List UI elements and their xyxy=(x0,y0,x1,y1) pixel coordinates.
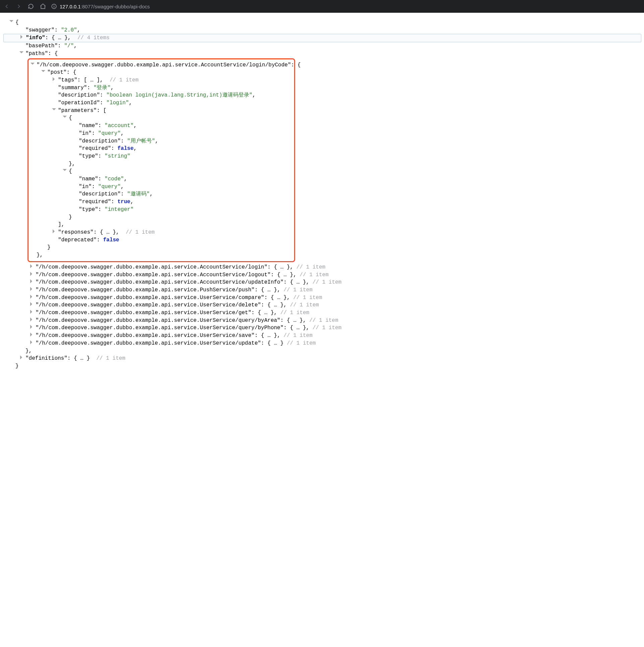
kv-p0-description: "description": "用户帐号", xyxy=(29,137,292,145)
forward-button[interactable] xyxy=(15,2,23,10)
kv-post-open: "post": { xyxy=(29,69,292,76)
root-close: } xyxy=(3,362,642,370)
param-0-open: { xyxy=(29,114,292,122)
kv-p1-name: "name": "code", xyxy=(29,175,292,183)
kv-p1-in: "in": "query", xyxy=(29,183,292,191)
parameters-close: ], xyxy=(29,221,292,229)
path-close: }, xyxy=(29,251,292,259)
toggle-icon[interactable] xyxy=(20,35,24,40)
kv-definitions[interactable]: "definitions": { … } // 1 item xyxy=(3,355,642,362)
toggle-icon[interactable] xyxy=(30,264,34,269)
kv-path-collapsed[interactable]: "/h/com.deepoove.swagger.dubbo.example.a… xyxy=(3,263,642,271)
toggle-icon[interactable] xyxy=(30,287,34,292)
param-0-close: }, xyxy=(29,160,292,168)
kv-info[interactable]: "info": { … }, // 4 items xyxy=(3,34,641,42)
kv-p0-type: "type": "string" xyxy=(29,153,292,160)
toggle-icon[interactable] xyxy=(31,62,35,67)
kv-paths-open: "paths": { xyxy=(3,50,642,58)
toggle-icon[interactable] xyxy=(19,355,24,360)
highlight-box: "/h/com.deepoove.swagger.dubbo.example.a… xyxy=(28,58,295,262)
toggle-icon[interactable] xyxy=(19,51,24,55)
kv-p1-required: "required": true, xyxy=(29,198,292,206)
kv-p0-in: "in": "query", xyxy=(29,130,292,137)
toggle-icon[interactable] xyxy=(52,229,57,234)
kv-responses[interactable]: "responses": { … }, // 1 item xyxy=(29,229,292,236)
kv-deprecated: "deprecated": false xyxy=(29,236,292,244)
reload-button[interactable] xyxy=(27,2,35,10)
address-bar[interactable]: 127.0.0.1:8077/swagger-dubbo/api-docs xyxy=(51,3,150,9)
toggle-icon[interactable] xyxy=(30,325,34,330)
toggle-icon[interactable] xyxy=(52,77,57,82)
toggle-icon[interactable] xyxy=(30,317,34,322)
toggle-icon[interactable] xyxy=(30,333,34,337)
toggle-icon[interactable] xyxy=(63,115,67,120)
json-viewer: { "swagger": "2.0", "info": { … }, // 4 … xyxy=(0,13,644,384)
param-1-close: } xyxy=(29,214,292,221)
kv-path-collapsed[interactable]: "/h/com.deepoove.swagger.dubbo.example.a… xyxy=(3,324,642,332)
root-open: { xyxy=(3,19,642,26)
toggle-icon[interactable] xyxy=(30,272,34,277)
kv-path-collapsed[interactable]: "/h/com.deepoove.swagger.dubbo.example.a… xyxy=(3,301,642,309)
home-button[interactable] xyxy=(39,2,47,10)
kv-p1-type: "type": "integer" xyxy=(29,206,292,214)
kv-path-collapsed[interactable]: "/h/com.deepoove.swagger.dubbo.example.a… xyxy=(3,294,642,302)
kv-description: "description": "boolean login(java.lang.… xyxy=(29,92,292,99)
kv-path-collapsed[interactable]: "/h/com.deepoove.swagger.dubbo.example.a… xyxy=(3,340,642,347)
browser-chrome: 127.0.0.1:8077/swagger-dubbo/api-docs xyxy=(0,0,644,13)
kv-operationid: "operationId": "login", xyxy=(29,99,292,107)
kv-swagger: "swagger": "2.0", xyxy=(3,26,642,34)
kv-path-collapsed[interactable]: "/h/com.deepoove.swagger.dubbo.example.a… xyxy=(3,279,642,286)
toggle-icon[interactable] xyxy=(30,340,34,345)
kv-p0-required: "required": false, xyxy=(29,145,292,153)
toggle-icon[interactable] xyxy=(30,302,34,307)
toggle-icon[interactable] xyxy=(30,310,34,314)
toggle-icon[interactable] xyxy=(30,295,34,299)
param-1-open: { xyxy=(29,168,292,175)
kv-p1-description: "description": "邀请码", xyxy=(29,190,292,198)
kv-summary: "summary": "登录", xyxy=(29,84,292,92)
toggle-icon[interactable] xyxy=(63,168,67,173)
url-text: 127.0.0.1:8077/swagger-dubbo/api-docs xyxy=(60,4,150,9)
paths-close: }, xyxy=(3,347,642,355)
kv-parameters-open: "parameters": [ xyxy=(29,107,292,115)
back-button[interactable] xyxy=(3,2,11,10)
kv-path-collapsed[interactable]: "/h/com.deepoove.swagger.dubbo.example.a… xyxy=(3,309,642,317)
kv-path-collapsed[interactable]: "/h/com.deepoove.swagger.dubbo.example.a… xyxy=(3,317,642,325)
toggle-icon[interactable] xyxy=(41,69,46,74)
toggle-icon[interactable] xyxy=(52,108,57,112)
toggle-icon[interactable] xyxy=(30,279,34,284)
post-close: } xyxy=(29,244,292,251)
kv-p0-name: "name": "account", xyxy=(29,122,292,130)
svg-point-2 xyxy=(54,5,54,6)
info-icon xyxy=(51,3,57,9)
kv-path-login-bycode-open: "/h/com.deepoove.swagger.dubbo.example.a… xyxy=(29,61,292,69)
kv-tags[interactable]: "tags": [ … ], // 1 item xyxy=(29,76,292,84)
kv-path-collapsed[interactable]: "/h/com.deepoove.swagger.dubbo.example.a… xyxy=(3,332,642,340)
kv-path-collapsed[interactable]: "/h/com.deepoove.swagger.dubbo.example.a… xyxy=(3,271,642,279)
kv-basepath: "basePath": "/", xyxy=(3,42,642,50)
toggle-icon[interactable] xyxy=(9,19,14,24)
kv-path-collapsed[interactable]: "/h/com.deepoove.swagger.dubbo.example.a… xyxy=(3,286,642,294)
